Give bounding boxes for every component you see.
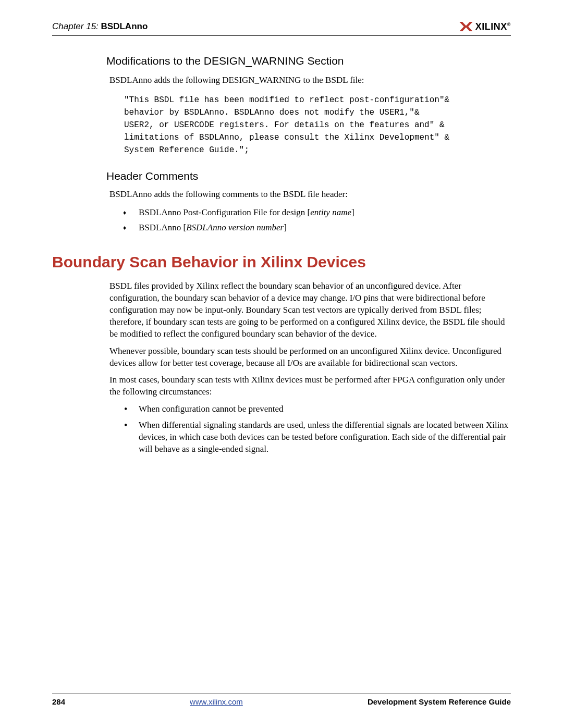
chapter-name: BSDLAnno <box>101 21 148 31</box>
chapter-prefix: Chapter 15: <box>52 21 99 31</box>
footer-guide-title: Development System Reference Guide <box>368 697 511 706</box>
design-warning-heading: Modifications to the DESIGN_WARNING Sect… <box>106 55 511 67</box>
list-item: BSDLAnno Post-Configuration File for des… <box>139 206 511 219</box>
main-p3: In most cases, boundary scan tests with … <box>109 374 511 398</box>
main-p1: BSDL files provided by Xilinx reflect th… <box>109 280 511 340</box>
chapter-label: Chapter 15: BSDLAnno <box>52 21 148 32</box>
page-header: Chapter 15: BSDLAnno XILINX® <box>52 21 511 36</box>
list-item: BSDLAnno [BSDLAnno version number] <box>139 221 511 235</box>
logo-text: XILINX® <box>475 21 511 32</box>
footer-url-link[interactable]: www.xilinx.com <box>190 697 243 706</box>
page-number: 284 <box>52 697 65 706</box>
circumstances-list: When configuration cannot be prevented W… <box>109 403 511 455</box>
list-item: When configuration cannot be prevented <box>139 403 511 415</box>
design-warning-intro: BSDLAnno adds the following DESIGN_WARNI… <box>109 75 511 87</box>
header-comments-list: BSDLAnno Post-Configuration File for des… <box>109 206 511 235</box>
main-content: BSDL files provided by Xilinx reflect th… <box>52 280 511 455</box>
page-footer: 284 www.xilinx.com Development System Re… <box>52 694 511 706</box>
header-comments-intro: BSDLAnno adds the following comments to … <box>109 189 511 201</box>
design-warning-code: "This BSDL file has been modified to ref… <box>109 92 511 158</box>
xilinx-logo: XILINX® <box>459 21 511 32</box>
registered-mark: ® <box>507 22 511 27</box>
xilinx-logo-icon <box>459 21 473 32</box>
content-area: Modifications to the DESIGN_WARNING Sect… <box>52 55 511 235</box>
list-item: When differential signaling standards ar… <box>139 419 511 455</box>
main-p2: Whenever possible, boundary scan tests s… <box>109 346 511 369</box>
boundary-scan-heading: Boundary Scan Behavior in Xilinx Devices <box>52 253 511 271</box>
header-comments-heading: Header Comments <box>106 170 511 182</box>
